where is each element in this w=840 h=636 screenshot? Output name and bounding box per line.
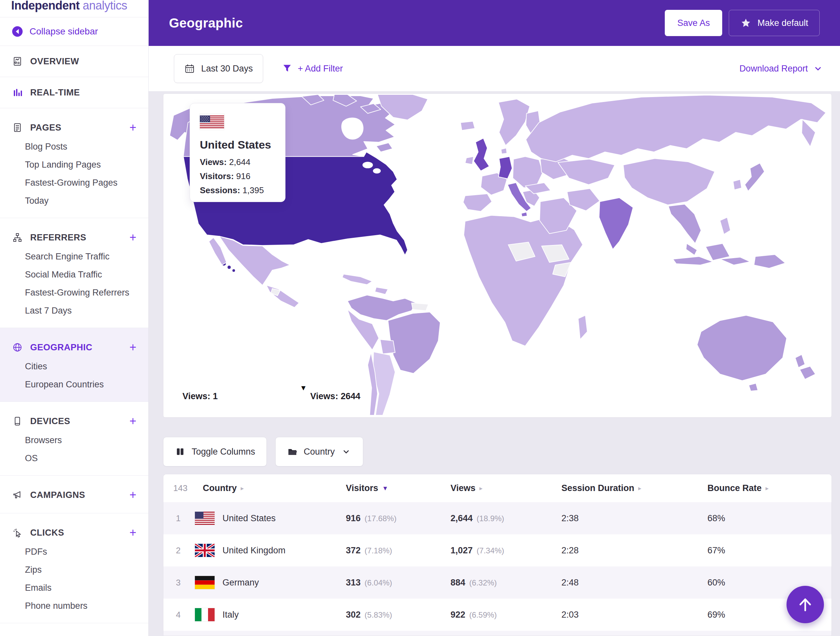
sidebar-section-devices: DEVICES + Browsers OS (0, 402, 148, 475)
devices-add-button[interactable]: + (129, 415, 136, 427)
sidebar-item-social-media-traffic[interactable]: Social Media Traffic (0, 266, 148, 284)
columns-icon (175, 446, 186, 457)
sidebar-item-emails[interactable]: Emails (0, 579, 148, 597)
uk-flag-icon (195, 544, 215, 557)
column-header-session-duration[interactable]: Session Duration▸ (561, 483, 707, 493)
make-default-button[interactable]: Make default (729, 10, 819, 36)
map-region-south-america[interactable] (347, 295, 441, 415)
campaigns-add-button[interactable]: + (129, 489, 136, 501)
referrers-sitemap-icon (12, 232, 23, 243)
country-name: Italy (223, 610, 239, 620)
sidebar-item-referrers[interactable]: REFERRERS + (0, 227, 148, 248)
referrers-add-button[interactable]: + (129, 232, 136, 243)
sidebar-item-geographic[interactable]: GEOGRAPHIC + (0, 337, 148, 358)
collapse-sidebar-label: Collapse sidebar (30, 26, 98, 37)
map-region-africa[interactable] (464, 215, 587, 346)
clicks-label: CLICKS (30, 528, 64, 538)
column-header-views[interactable]: Views▸ (450, 483, 561, 493)
divider (0, 623, 148, 623)
table-row[interactable]: 1 United States 916(17.68%) 2,644(18.9%)… (163, 502, 832, 534)
world-map-card: United States Views: 2,644 Visitors: 916… (163, 93, 832, 418)
row-rank: 3 (163, 578, 195, 588)
sidebar-item-campaigns[interactable]: CAMPAIGNS + (0, 485, 148, 505)
pages-add-button[interactable]: + (129, 122, 136, 134)
tooltip-sessions: Sessions: 1,395 (200, 185, 275, 196)
download-report-button[interactable]: Download Report (739, 63, 824, 74)
campaigns-label: CAMPAIGNS (30, 490, 85, 500)
sort-arrow-icon: ▸ (241, 484, 244, 492)
funnel-icon (281, 63, 293, 74)
sidebar-item-last-7-days[interactable]: Last 7 Days (0, 302, 148, 320)
sort-arrow-icon: ▸ (479, 484, 483, 492)
sidebar-item-os[interactable]: OS (0, 449, 148, 467)
sidebar-section-clicks: CLICKS + PDFs Zips Emails Phone numbers (0, 513, 148, 623)
legend-min-label: Views: 1 (182, 391, 218, 401)
table-row[interactable]: 3 Germany 313(6.04%) 884(6.32%) 2:48 60% (163, 567, 832, 599)
referrers-label: REFERRERS (30, 232, 86, 243)
table-toolbar: Toggle Columns Country (163, 437, 363, 466)
sidebar-item-fastest-growing-pages[interactable]: Fastest-Growing Pages (0, 174, 148, 192)
sidebar-item-devices[interactable]: DEVICES + (0, 411, 148, 431)
devices-label: DEVICES (30, 416, 70, 426)
date-range-label: Last 30 Days (201, 64, 253, 74)
row-count: 143 (163, 483, 195, 493)
sidebar-item-cities[interactable]: Cities (0, 358, 148, 376)
table-row[interactable]: 4 Italy 302(5.83%) 922(6.59%) 2:03 69% (163, 599, 832, 631)
logo-text-bold: Independent (11, 0, 80, 12)
folder-icon (287, 446, 298, 457)
group-by-label: Country (304, 447, 335, 457)
toggle-columns-button[interactable]: Toggle Columns (163, 437, 267, 466)
add-filter-button[interactable]: + Add Filter (281, 63, 343, 74)
column-header-visitors[interactable]: Visitors▼ (346, 483, 450, 493)
sidebar-section-campaigns: CAMPAIGNS + (0, 476, 148, 513)
table-row[interactable]: 2 United Kingdom 372(7.18%) 1,027(7.34%)… (163, 534, 832, 567)
sidebar-item-phone-numbers[interactable]: Phone numbers (0, 597, 148, 615)
sidebar-item-today[interactable]: Today (0, 192, 148, 210)
sidebar-item-realtime[interactable]: REAL-TIME (0, 77, 148, 108)
map-region-oceania[interactable] (697, 315, 816, 391)
overview-label: OVERVIEW (30, 57, 79, 66)
sidebar-item-blog-posts[interactable]: Blog Posts (0, 138, 148, 156)
make-default-label: Make default (757, 18, 808, 28)
app-logo: Independent analytics (0, 0, 148, 17)
map-tooltip: United States Views: 2,644 Visitors: 916… (189, 103, 286, 202)
sidebar-item-pages[interactable]: PAGES + (0, 117, 148, 138)
sidebar-item-pdfs[interactable]: PDFs (0, 543, 148, 561)
map-legend: Views: 1 ▼ Views: 2644 (182, 391, 360, 401)
sidebar-section-pages: PAGES + Blog Posts Top Landing Pages Fas… (0, 108, 148, 218)
collapse-sidebar-button[interactable]: Collapse sidebar (0, 17, 148, 46)
next-row-partial (163, 631, 832, 636)
row-rank: 1 (163, 513, 195, 524)
germany-flag-icon (195, 576, 215, 589)
sidebar-item-top-landing-pages[interactable]: Top Landing Pages (0, 156, 148, 174)
geographic-add-button[interactable]: + (129, 341, 136, 353)
arrow-up-icon (797, 596, 814, 613)
column-header-country[interactable]: Country▸ (195, 483, 346, 493)
sidebar-item-clicks[interactable]: CLICKS + (0, 522, 148, 543)
column-header-bounce-rate[interactable]: Bounce Rate▸ (707, 483, 832, 493)
star-icon (740, 17, 752, 28)
sidebar-item-search-engine-traffic[interactable]: Search Engine Traffic (0, 248, 148, 266)
country-name: Germany (223, 578, 259, 588)
chevron-down-icon (812, 63, 824, 74)
us-flag-icon (200, 114, 224, 130)
save-as-button[interactable]: Save As (665, 10, 722, 36)
collapse-arrow-icon (12, 26, 23, 37)
realtime-label: REAL-TIME (30, 88, 80, 98)
sidebar-item-fastest-growing-referrers[interactable]: Fastest-Growing Referrers (0, 284, 148, 302)
table-header-row: 143 Country▸ Visitors▼ Views▸ Session Du… (163, 474, 832, 502)
toggle-columns-label: Toggle Columns (192, 447, 255, 457)
tooltip-visitors: Visitors: 916 (200, 171, 275, 181)
sidebar-item-european-countries[interactable]: European Countries (0, 376, 148, 394)
date-range-button[interactable]: Last 30 Days (174, 54, 263, 83)
group-by-country-dropdown[interactable]: Country (275, 437, 363, 466)
sidebar-item-overview[interactable]: OVERVIEW (0, 46, 148, 77)
pages-document-icon (12, 122, 23, 133)
clicks-add-button[interactable]: + (129, 527, 136, 538)
scroll-to-top-button[interactable] (786, 586, 824, 623)
download-report-label: Download Report (739, 64, 808, 74)
row-rank: 4 (163, 610, 195, 620)
sidebar-item-zips[interactable]: Zips (0, 561, 148, 579)
sidebar-item-browsers[interactable]: Browsers (0, 431, 148, 449)
realtime-bars-icon (12, 87, 23, 98)
